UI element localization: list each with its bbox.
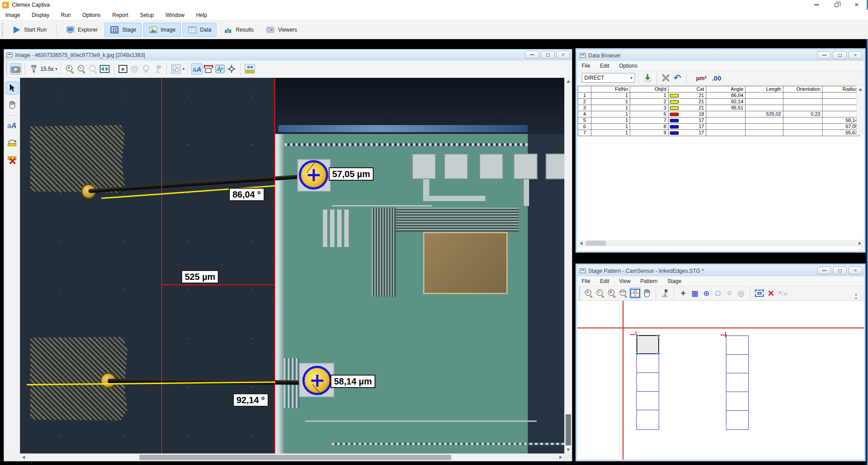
calibration-button[interactable] <box>244 63 256 75</box>
db-menu-file[interactable]: File <box>582 63 590 69</box>
pattern-cell[interactable] <box>636 372 659 392</box>
pattern-cell[interactable] <box>726 410 749 430</box>
pattern-cell-selected[interactable] <box>636 335 659 354</box>
sp-zoom-region-button[interactable] <box>629 287 641 299</box>
pointer-tool-button[interactable] <box>5 81 19 95</box>
data-button[interactable]: Data <box>183 23 216 37</box>
scroll-up-icon[interactable] <box>859 88 862 91</box>
column-header[interactable]: Cat <box>668 86 706 93</box>
angle-cell[interactable]: 86,04 <box>706 93 746 99</box>
length-cell[interactable] <box>746 124 783 130</box>
pattern-cell[interactable] <box>636 410 659 430</box>
pattern-cell[interactable] <box>726 392 749 411</box>
angle-cell[interactable] <box>706 124 746 130</box>
vertical-scroll-thumb[interactable] <box>566 414 571 445</box>
db-menu-options[interactable]: Options <box>619 63 637 69</box>
sp-sphere-pattern-button[interactable]: ⊕ <box>701 287 712 299</box>
text-tool-button[interactable]: aA <box>5 119 19 133</box>
orientation-cell[interactable]: 0,23 <box>783 111 823 117</box>
measure-width-button[interactable] <box>203 63 214 75</box>
sp-circle-pattern-button[interactable]: ◎ <box>735 287 747 299</box>
pattern-cell[interactable] <box>636 391 659 410</box>
export-button[interactable] <box>642 72 653 84</box>
objid-cell[interactable]: 8 <box>630 124 668 130</box>
sp-maximize-button[interactable] <box>833 267 847 275</box>
annotations-button[interactable]: aA <box>191 63 203 75</box>
table-horizontal-scrollbar[interactable] <box>578 240 864 247</box>
pattern-cell[interactable] <box>636 354 659 373</box>
radius-cell[interactable]: 57,05 <box>823 124 860 130</box>
radius-cell[interactable]: 58,14 <box>823 117 860 124</box>
crosshair-button[interactable] <box>226 63 237 75</box>
settings-button[interactable] <box>129 63 140 75</box>
sp-menu-pattern[interactable]: Pattern <box>640 278 658 284</box>
row-number-cell[interactable]: 6 <box>578 124 591 130</box>
fldno-cell[interactable]: 1 <box>591 99 630 105</box>
orientation-cell[interactable] <box>783 117 823 124</box>
fldno-cell[interactable]: 1 <box>591 111 630 117</box>
sp-zoom-point-button[interactable]: + <box>606 287 618 299</box>
cat-cell[interactable]: 17 <box>668 117 706 124</box>
sp-zoom-out-button[interactable]: − <box>595 287 606 299</box>
results-button[interactable]: Results <box>218 23 259 37</box>
image-vertical-scrollbar[interactable] <box>564 78 572 453</box>
stage-pattern-canvas[interactable] <box>577 301 864 460</box>
length-cell[interactable] <box>746 117 783 124</box>
objid-cell[interactable]: 1 <box>630 93 668 99</box>
minimize-button[interactable] <box>807 0 827 10</box>
fit-to-window-button[interactable] <box>99 63 110 75</box>
sp-pan-button[interactable] <box>641 287 652 299</box>
explorer-button[interactable]: Explorer <box>61 23 103 37</box>
sp-close-button[interactable]: × <box>848 267 862 275</box>
sp-menu-edit[interactable]: Edit <box>600 278 609 284</box>
radius-label-bottom[interactable]: 58,14 µm <box>330 375 375 388</box>
column-header[interactable]: Angle <box>706 86 746 93</box>
phase-select-button[interactable] <box>170 63 182 75</box>
sp-point-pattern-button[interactable]: + <box>677 287 689 299</box>
cat-cell[interactable]: 21 <box>668 99 706 105</box>
db-menu-edit[interactable]: Edit <box>600 63 609 69</box>
menu-setup[interactable]: Setup <box>140 12 154 18</box>
objid-cell[interactable]: 3 <box>630 105 668 111</box>
cat-cell[interactable]: 17 <box>668 124 706 130</box>
menu-options[interactable]: Options <box>82 12 101 18</box>
row-number-cell[interactable]: 2 <box>578 99 591 105</box>
fldno-cell[interactable]: 1 <box>591 105 630 111</box>
angle-cell[interactable] <box>706 130 746 136</box>
orientation-cell[interactable] <box>783 93 823 99</box>
column-header[interactable]: FldNo <box>591 86 630 93</box>
zoom-tool-button[interactable] <box>87 63 99 75</box>
angle-label-top[interactable]: 86,04 ° <box>229 188 265 201</box>
angle-label-bottom[interactable]: 92,14 ° <box>233 393 269 407</box>
menu-help[interactable]: Help <box>196 12 207 18</box>
row-number-cell[interactable]: 3 <box>578 105 591 111</box>
angle-cell[interactable] <box>706 117 746 124</box>
length-cell[interactable] <box>746 130 783 136</box>
row-number-cell[interactable]: 5 <box>578 117 591 124</box>
restore-button[interactable] <box>827 0 847 10</box>
pattern-cell[interactable] <box>726 336 749 355</box>
fldno-cell[interactable]: 1 <box>591 93 630 99</box>
radius-cell[interactable]: 55,63 <box>823 130 860 136</box>
menu-window[interactable]: Window <box>165 12 184 18</box>
mode-dropdown[interactable]: DIRECT ▾ <box>582 73 635 83</box>
db-close-button[interactable]: × <box>848 51 862 59</box>
angle-measure-tool-button[interactable] <box>5 136 19 150</box>
data-table[interactable]: FldNoObjIdCatAngleLengthOrientationRadiu… <box>578 86 856 136</box>
clear-markers-button[interactable]: × <box>117 63 129 75</box>
delete-data-button[interactable] <box>660 72 672 84</box>
delete-measure-tool-button[interactable] <box>5 153 19 166</box>
pan-tool-button[interactable] <box>5 98 19 112</box>
radius-cell[interactable] <box>823 105 860 111</box>
radius-cell[interactable] <box>823 93 860 99</box>
cat-cell[interactable]: 18 <box>668 111 706 117</box>
orientation-cell[interactable] <box>783 124 823 130</box>
data-browser-titlebar[interactable]: Data Browser × <box>577 50 864 61</box>
image-minimize-button[interactable] <box>525 51 539 59</box>
close-button[interactable]: × <box>847 0 867 10</box>
scroll-left-icon[interactable] <box>22 456 25 459</box>
zoom-out-button[interactable]: − <box>76 63 87 75</box>
cat-cell[interactable]: 17 <box>668 130 706 136</box>
row-number-cell[interactable]: 7 <box>578 130 591 136</box>
camera-button[interactable] <box>10 63 21 75</box>
